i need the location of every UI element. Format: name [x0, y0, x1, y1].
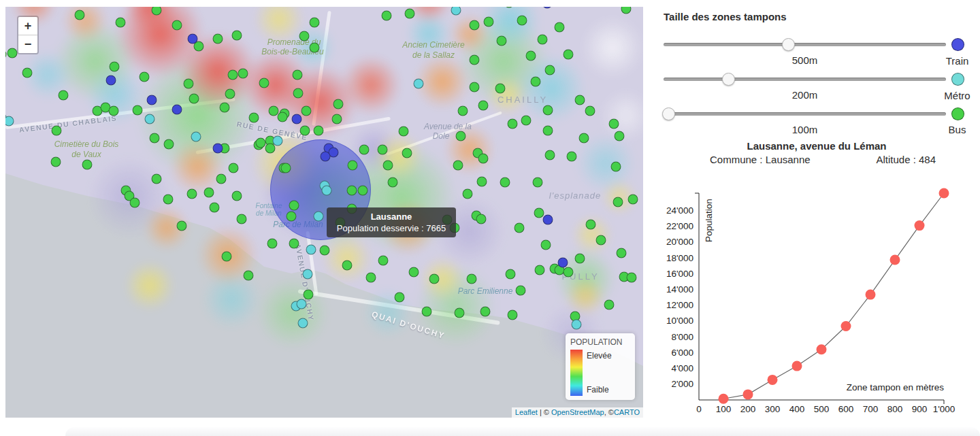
bus-stop-marker[interactable] — [237, 214, 247, 224]
metro-station-marker[interactable] — [414, 79, 424, 89]
bus-stop-marker[interactable] — [189, 94, 199, 104]
bus-stop-marker[interactable] — [538, 35, 548, 45]
train-station-marker[interactable] — [147, 95, 157, 105]
metro-station-marker[interactable] — [145, 114, 155, 124]
bus-stop-marker[interactable] — [478, 101, 489, 111]
metro-station-marker[interactable] — [322, 186, 332, 196]
metro-station-marker[interactable] — [306, 245, 316, 255]
bus-stop-marker[interactable] — [477, 177, 487, 187]
bus-stop-marker[interactable] — [163, 195, 174, 205]
bus-stop-marker[interactable] — [304, 290, 314, 300]
bus-stop-marker[interactable] — [463, 189, 473, 199]
bus-stop-marker[interactable] — [278, 112, 288, 122]
bus-stop-marker[interactable] — [470, 82, 480, 93]
bus-stop-marker[interactable] — [110, 62, 120, 72]
bus-stop-marker[interactable] — [299, 31, 310, 41]
bus-stop-marker[interactable] — [382, 11, 392, 21]
bus-stop-marker[interactable] — [456, 131, 466, 141]
bus-stop-marker[interactable] — [300, 126, 310, 136]
bus-stop-marker[interactable] — [289, 239, 299, 249]
bus-stop-marker[interactable] — [467, 274, 477, 284]
bus-stop-marker[interactable] — [216, 174, 227, 184]
bus-stop-marker[interactable] — [564, 50, 574, 60]
bus-stop-marker[interactable] — [409, 267, 419, 278]
bus-stop-marker[interactable] — [347, 186, 357, 196]
bus-stop-marker[interactable] — [383, 161, 393, 171]
bus-stop-marker[interactable] — [244, 271, 254, 281]
bus-stop-marker[interactable] — [628, 195, 638, 205]
bus-stop-marker[interactable] — [232, 191, 242, 201]
train-station-marker[interactable] — [172, 105, 182, 115]
train-slider-track[interactable] — [664, 43, 946, 46]
bus-stop-marker[interactable] — [555, 22, 565, 33]
bus-stop-marker[interactable] — [567, 152, 577, 162]
metro-station-marker[interactable] — [297, 299, 307, 309]
bus-stop-marker[interactable] — [508, 310, 518, 320]
bus-stop-marker[interactable] — [596, 235, 606, 246]
bus-stop-marker[interactable] — [541, 240, 551, 250]
metro-station-marker[interactable] — [273, 136, 283, 146]
bus-stop-marker[interactable] — [184, 79, 194, 89]
chart-point[interactable] — [841, 321, 851, 331]
train-station-marker[interactable] — [543, 215, 553, 225]
bus-stop-marker[interactable] — [508, 119, 518, 129]
bus-stop-marker[interactable] — [51, 157, 61, 167]
bus-stop-marker[interactable] — [534, 208, 544, 218]
bus-stop-marker[interactable] — [579, 133, 589, 144]
bus-stop-marker[interactable] — [332, 114, 342, 124]
bus-stop-marker[interactable] — [405, 9, 415, 19]
chart-point[interactable] — [866, 290, 876, 300]
metro-slider-handle[interactable] — [722, 73, 735, 86]
bus-stop-marker[interactable] — [543, 126, 553, 136]
bus-stop-marker[interactable] — [521, 116, 532, 126]
bus-stop-marker[interactable] — [402, 148, 412, 158]
chart-point[interactable] — [890, 255, 900, 265]
bus-stop-marker[interactable] — [533, 178, 543, 188]
bus-stop-marker[interactable] — [22, 68, 33, 78]
bus-stop-marker[interactable] — [213, 34, 223, 44]
bus-stop-marker[interactable] — [531, 77, 541, 87]
chart-point[interactable] — [817, 344, 827, 354]
bus-stop-marker[interactable] — [564, 267, 574, 278]
bus-stop-marker[interactable] — [395, 292, 405, 303]
bus-stop-marker[interactable] — [575, 95, 585, 105]
bus-stop-marker[interactable] — [52, 126, 62, 136]
bus-stop-marker[interactable] — [225, 89, 235, 99]
leaflet-map[interactable]: Promenade duBois-de-BeaulieuAncien Cimet… — [5, 7, 643, 418]
bus-stop-marker[interactable] — [140, 72, 150, 82]
bus-stop-marker[interactable] — [514, 223, 525, 233]
metro-slider-track[interactable] — [664, 78, 946, 81]
bus-stop-marker[interactable] — [484, 17, 494, 27]
bus-stop-marker[interactable] — [388, 178, 398, 188]
metro-station-marker[interactable] — [314, 212, 324, 222]
metro-station-marker[interactable] — [303, 269, 313, 280]
bus-stop-marker[interactable] — [301, 106, 312, 116]
bus-stop-marker[interactable] — [453, 161, 463, 171]
leaflet-link[interactable]: Leaflet — [515, 408, 538, 416]
bus-stop-marker[interactable] — [495, 84, 506, 94]
bus-stop-marker[interactable] — [342, 261, 353, 271]
bus-stop-marker[interactable] — [232, 31, 242, 41]
bus-stop-marker[interactable] — [116, 18, 126, 28]
bus-stop-marker[interactable] — [259, 78, 270, 88]
train-station-marker[interactable] — [213, 144, 223, 154]
chart-point[interactable] — [792, 361, 802, 371]
bus-stop-marker[interactable] — [585, 106, 595, 116]
bus-slider-track[interactable] — [664, 112, 946, 116]
chart-point[interactable] — [939, 188, 949, 199]
bus-stop-marker[interactable] — [455, 308, 465, 318]
train-station-marker[interactable] — [558, 258, 568, 268]
bus-stop-marker[interactable] — [422, 307, 432, 317]
bus-stop-marker[interactable] — [320, 246, 330, 256]
bus-stop-marker[interactable] — [378, 145, 388, 155]
bus-stop-marker[interactable] — [314, 126, 324, 136]
bus-slider-handle[interactable] — [662, 107, 675, 120]
bus-stop-marker[interactable] — [130, 198, 140, 208]
bus-stop-marker[interactable] — [480, 307, 491, 317]
bus-stop-marker[interactable] — [333, 99, 344, 110]
train-slider-handle[interactable] — [782, 38, 795, 51]
bus-stop-marker[interactable] — [358, 186, 368, 196]
bus-stop-marker[interactable] — [109, 106, 119, 116]
zoom-in-button[interactable]: + — [18, 17, 37, 35]
bus-stop-marker[interactable] — [289, 201, 299, 211]
